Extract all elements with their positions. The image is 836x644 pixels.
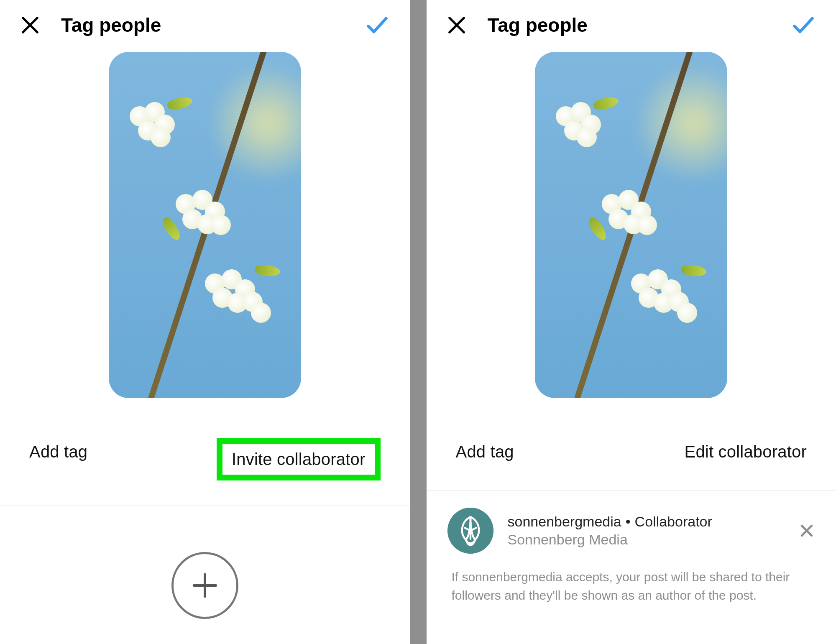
- header-right: Tag people: [427, 0, 836, 43]
- plus-icon: [190, 571, 220, 600]
- checkmark-icon[interactable]: [790, 12, 817, 38]
- add-button[interactable]: [171, 552, 238, 619]
- photo-preview-area: [0, 43, 410, 398]
- actions-row-left: Add tag Invite collaborator: [0, 398, 410, 496]
- close-icon[interactable]: [19, 14, 41, 36]
- leaf-avatar-icon: [447, 508, 493, 554]
- invite-collaborator-highlight: Invite collaborator: [217, 438, 381, 480]
- add-tag-button[interactable]: Add tag: [29, 438, 87, 465]
- collaborator-info-text: If sonnenbergmedia accepts, your post wi…: [427, 557, 836, 604]
- add-tag-button[interactable]: Add tag: [456, 438, 514, 465]
- collaborator-username: sonnenbergmedia: [508, 514, 621, 529]
- page-title: Tag people: [488, 14, 588, 36]
- close-icon[interactable]: [446, 14, 468, 36]
- separator: [0, 506, 410, 506]
- post-photo[interactable]: [109, 52, 301, 398]
- collaborator-display-name: Sonnenberg Media: [508, 532, 785, 548]
- edit-collaborator-button[interactable]: Edit collaborator: [685, 438, 807, 465]
- invite-collaborator-button[interactable]: Invite collaborator: [232, 450, 366, 469]
- photo-preview-area: [427, 43, 836, 398]
- page-title: Tag people: [61, 14, 161, 36]
- avatar[interactable]: [447, 508, 493, 554]
- header-left: Tag people: [0, 0, 410, 43]
- pane-left: Tag people: [0, 0, 410, 644]
- checkmark-icon[interactable]: [364, 12, 391, 38]
- separator-dot: •: [621, 514, 635, 529]
- collaborator-text: sonnenbergmedia•Collaborator Sonnenberg …: [508, 514, 785, 548]
- collaborator-role: Collaborator: [635, 514, 712, 529]
- actions-row-right: Add tag Edit collaborator: [427, 398, 836, 480]
- post-photo[interactable]: [535, 52, 727, 398]
- remove-collaborator-icon[interactable]: [798, 522, 815, 539]
- add-area: [0, 552, 410, 619]
- collaborator-row: sonnenbergmedia•Collaborator Sonnenberg …: [427, 491, 836, 557]
- pane-right: Tag people: [427, 0, 836, 644]
- pane-divider: [410, 0, 427, 644]
